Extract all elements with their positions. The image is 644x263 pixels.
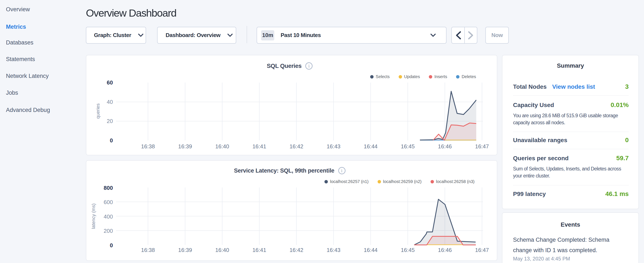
svg-text:16:47: 16:47	[475, 143, 489, 150]
svg-text:16:39: 16:39	[178, 247, 192, 253]
svg-text:0: 0	[110, 137, 113, 144]
svg-text:16:47: 16:47	[475, 247, 489, 253]
svg-text:latency (ms): latency (ms)	[91, 203, 96, 229]
svg-text:400: 400	[104, 213, 113, 220]
svg-text:16:43: 16:43	[326, 247, 340, 253]
svg-text:16:44: 16:44	[364, 247, 378, 253]
svg-text:16:44: 16:44	[364, 143, 378, 150]
svg-text:200: 200	[104, 228, 113, 234]
svg-text:16:40: 16:40	[216, 143, 229, 150]
svg-text:16:42: 16:42	[290, 247, 304, 253]
svg-text:16:45: 16:45	[401, 247, 414, 253]
svg-text:queries: queries	[95, 103, 100, 119]
svg-text:800: 800	[104, 185, 113, 191]
svg-text:16:41: 16:41	[252, 143, 266, 150]
svg-text:16:41: 16:41	[252, 247, 266, 253]
svg-text:600: 600	[104, 199, 113, 205]
svg-text:16:39: 16:39	[178, 143, 192, 150]
svg-text:16:46: 16:46	[438, 143, 452, 150]
svg-text:20: 20	[107, 118, 113, 124]
svg-text:40: 40	[107, 99, 113, 105]
svg-text:0: 0	[110, 242, 113, 248]
svg-text:16:43: 16:43	[326, 143, 340, 150]
svg-text:16:45: 16:45	[401, 143, 414, 150]
svg-text:16:40: 16:40	[216, 247, 229, 253]
svg-text:16:46: 16:46	[438, 247, 452, 253]
svg-text:16:38: 16:38	[141, 143, 155, 150]
svg-text:60: 60	[107, 79, 113, 86]
svg-text:16:38: 16:38	[141, 247, 155, 253]
svg-text:16:42: 16:42	[290, 143, 304, 150]
